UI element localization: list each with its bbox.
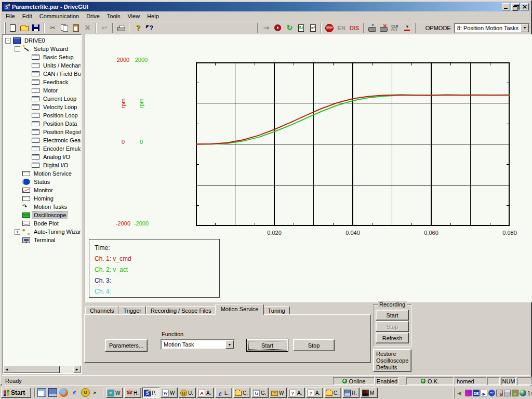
tree-expander[interactable]: [24, 163, 30, 168]
new-file-button[interactable]: [7, 22, 18, 34]
restore-defaults-button[interactable]: Restore Oscilloscope Defaults: [373, 349, 411, 372]
recording-refresh-button[interactable]: Refresh: [376, 332, 409, 343]
tree-expander[interactable]: [24, 113, 30, 118]
tree-item[interactable]: Electronic Gear: [3, 136, 81, 144]
tree-expander[interactable]: [24, 96, 30, 102]
menu-item[interactable]: Communication: [36, 12, 83, 20]
menu-item[interactable]: Help: [143, 12, 163, 20]
tree-expander[interactable]: [24, 129, 30, 135]
tree-expander[interactable]: [24, 146, 30, 152]
tray-icon[interactable]: [520, 390, 526, 396]
chevron-down-icon[interactable]: ▼: [521, 24, 529, 32]
start-button[interactable]: Start: [1, 388, 31, 398]
tab[interactable]: Channels: [85, 306, 118, 315]
reload-params-button[interactable]: [295, 22, 307, 34]
taskbar-window-button[interactable]: U.: [179, 388, 196, 398]
delete-button[interactable]: [82, 22, 93, 34]
tree-expander[interactable]: [24, 71, 30, 77]
tree-item[interactable]: Position Data: [3, 119, 81, 128]
taskbar-window-button[interactable]: P.: [142, 388, 159, 398]
taskbar-window-button[interactable]: W: [106, 388, 123, 398]
taskbar-window-button[interactable]: M: [361, 388, 378, 398]
disable-button[interactable]: DIS: [348, 22, 361, 34]
restore-button[interactable]: [511, 3, 520, 10]
tray-icon[interactable]: [512, 390, 518, 396]
quick-launch-icon[interactable]: [81, 388, 90, 397]
tree-horizontal-scrollbar[interactable]: ◀ ▶: [3, 366, 81, 373]
tray-icon[interactable]: [481, 390, 487, 396]
tree-item[interactable]: Bode Plot: [3, 219, 81, 228]
tree-expander[interactable]: [15, 204, 20, 210]
open-file-button[interactable]: [18, 22, 30, 34]
tree-item[interactable]: Current Loop: [3, 95, 81, 103]
tree-expander[interactable]: [15, 179, 20, 185]
tree-item[interactable]: -DRIVE0: [3, 36, 81, 45]
tab[interactable]: Tuning: [263, 306, 289, 315]
taskbar-window-button[interactable]: G.: [251, 388, 269, 398]
chevron-more-icon[interactable]: »: [92, 389, 97, 397]
tree-expander[interactable]: [24, 121, 30, 127]
taskbar-window-button[interactable]: A.: [288, 388, 305, 398]
quick-launch-icon[interactable]: [48, 388, 57, 397]
titlebar[interactable]: Parameterfile.par - DriveGUI: [2, 2, 530, 11]
paste-button[interactable]: [70, 22, 82, 34]
quick-launch-icon[interactable]: [37, 388, 46, 397]
taskbar-window-button[interactable]: W: [161, 388, 178, 398]
quick-launch-icon[interactable]: [70, 388, 79, 397]
save-button[interactable]: [30, 22, 42, 34]
taskbar-window-button[interactable]: H.: [124, 388, 141, 398]
tray-icon[interactable]: [465, 390, 472, 396]
tree-expander[interactable]: [24, 63, 30, 69]
clear-eeprom-button[interactable]: [378, 22, 390, 34]
scroll-right-icon[interactable]: ▶: [73, 366, 81, 373]
tree-item[interactable]: CAN / Field Bus: [3, 70, 81, 78]
tree-item[interactable]: -Setup Wizard: [3, 45, 81, 53]
taskbar-window-button[interactable]: C.: [324, 388, 341, 398]
print-button[interactable]: [115, 22, 127, 34]
tab[interactable]: Recording / Scope Files: [146, 306, 216, 315]
tree-expander[interactable]: [15, 221, 20, 227]
scrollbar-thumb[interactable]: [10, 366, 60, 373]
scrollbar-track[interactable]: [60, 366, 73, 373]
tree-expander[interactable]: [15, 171, 20, 177]
menu-item[interactable]: View: [124, 12, 143, 20]
tray-icon[interactable]: [488, 390, 495, 396]
tree-expander[interactable]: [15, 237, 20, 243]
about-help-button[interactable]: [132, 22, 143, 34]
tree-item[interactable]: Motor: [3, 86, 81, 95]
tray-icon[interactable]: DE: [473, 390, 480, 396]
menu-item[interactable]: Drive: [83, 12, 103, 20]
tree-item[interactable]: Position Loop: [3, 111, 81, 119]
tree-item[interactable]: Units / Mechani: [3, 61, 81, 70]
tab[interactable]: Trigger: [118, 306, 145, 315]
menu-item[interactable]: Edit: [19, 12, 36, 20]
recording-start-button[interactable]: Start: [376, 310, 409, 321]
tree-item[interactable]: Position Registe: [3, 128, 81, 136]
opmode-select[interactable]: 8: Position Motion Tasks ▼: [454, 23, 530, 33]
apply-params-button[interactable]: [307, 22, 318, 34]
refresh-button[interactable]: [284, 22, 295, 34]
context-help-button[interactable]: [144, 22, 155, 34]
clear-fault-button[interactable]: CLR FLT: [390, 22, 401, 34]
tree-expander[interactable]: [24, 88, 30, 94]
minimize-button[interactable]: [502, 3, 510, 10]
tray-icon[interactable]: [457, 390, 464, 396]
tree-item[interactable]: Digital I/O: [3, 161, 81, 169]
taskbar-window-button[interactable]: L.: [215, 388, 232, 398]
tree-expander[interactable]: [24, 55, 30, 60]
cut-button[interactable]: [47, 22, 58, 34]
quick-launch-icon[interactable]: [59, 388, 68, 397]
tree-expander[interactable]: +: [15, 229, 20, 235]
tree-expander[interactable]: [15, 196, 20, 202]
tray-icon[interactable]: [504, 390, 511, 396]
close-button[interactable]: [521, 3, 529, 10]
tree-item[interactable]: Homing: [3, 194, 81, 203]
chevron-down-icon[interactable]: ▼: [225, 340, 234, 349]
parameters-button[interactable]: Parameters...: [105, 339, 148, 352]
tree-expander[interactable]: [24, 79, 30, 85]
tray-icon[interactable]: [496, 390, 503, 396]
tree-item[interactable]: Oscilloscope: [3, 211, 81, 219]
taskbar-window-button[interactable]: A.: [306, 388, 323, 398]
tree-expander[interactable]: [24, 138, 30, 143]
function-select[interactable]: Motion Task ▼: [161, 339, 235, 350]
